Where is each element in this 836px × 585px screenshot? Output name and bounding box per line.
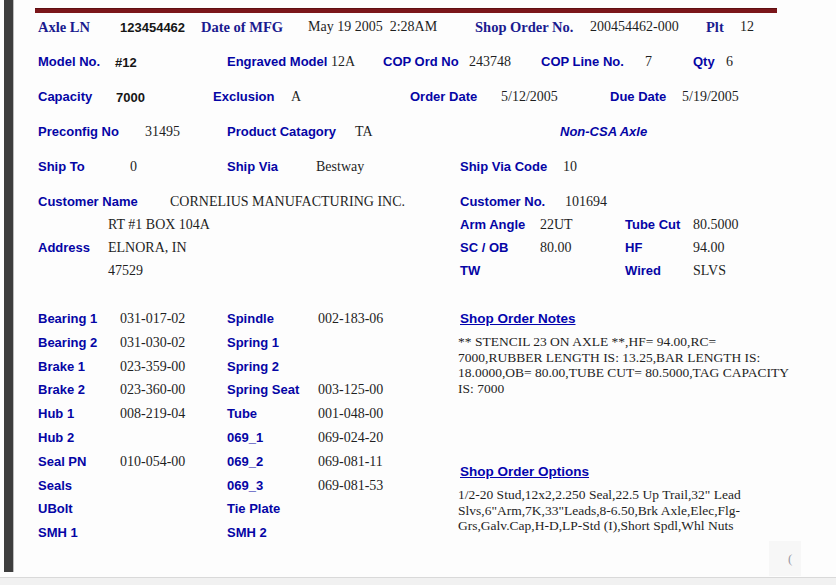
axle-ln-value: 123454462 <box>120 20 185 35</box>
shop-order-notes-text: ** STENCIL 23 ON AXLE **,HF= 94.00,RC= 7… <box>458 334 796 396</box>
corner-artifact <box>769 541 801 576</box>
part-label: Hub 2 <box>38 430 74 445</box>
shop-order-options-link[interactable]: Shop Order Options <box>460 464 589 479</box>
part-label: Spindle <box>227 311 274 326</box>
tw-label: TW <box>460 263 480 278</box>
product-catagory-value: TA <box>355 124 373 140</box>
part-label: Tube <box>227 406 257 421</box>
customer-no-label: Customer No. <box>460 194 545 209</box>
part-label: Spring 2 <box>227 359 279 374</box>
exclusion-value: A <box>291 89 301 105</box>
part-label: Hub 1 <box>38 406 74 421</box>
plt-label: Plt <box>706 19 724 36</box>
part-number: 031-017-02 <box>120 311 185 327</box>
part-number: 069-024-20 <box>318 430 383 446</box>
part-label: Spring 1 <box>227 335 279 350</box>
part-label: Brake 1 <box>38 359 85 374</box>
due-date-value: 5/19/2005 <box>682 89 739 105</box>
model-no-label: Model No. <box>38 54 100 69</box>
ship-via-code-value: 10 <box>563 159 577 175</box>
part-number: 010-054-00 <box>120 454 185 470</box>
part-label: UBolt <box>38 501 73 516</box>
tube-cut-label: Tube Cut <box>625 217 680 232</box>
product-catagory-label: Product Catagory <box>227 124 336 139</box>
hf-label: HF <box>625 240 642 255</box>
parts-table-row: Brake 2 023-360-00 Spring Seat 003-125-0… <box>0 382 450 406</box>
part-label: Spring Seat <box>227 382 299 397</box>
address-label: Address <box>38 240 90 255</box>
wired-value: SLVS <box>693 263 726 279</box>
part-number: 001-048-00 <box>318 406 383 422</box>
part-label: Bearing 1 <box>38 311 97 326</box>
parts-table-row: Hub 1 008-219-04 Tube 001-048-00 <box>0 406 450 430</box>
parts-table: Bearing 1 031-017-02 Spindle 002-183-06 … <box>0 311 450 549</box>
capacity-value: 7000 <box>116 90 145 105</box>
qty-label: Qty <box>693 54 715 69</box>
arm-angle-label: Arm Angle <box>460 217 525 232</box>
part-number: 031-030-02 <box>120 335 185 351</box>
part-number: 002-183-06 <box>318 311 383 327</box>
address-zip: 47529 <box>108 263 143 279</box>
customer-address-line2: RT #1 BOX 104A <box>108 217 210 233</box>
model-no-value: #12 <box>115 55 137 70</box>
part-number: 069-081-53 <box>318 478 383 494</box>
parts-table-row: UBolt Tie Plate <box>0 501 450 525</box>
sc-ob-label: SC / OB <box>460 240 508 255</box>
plt-value: 12 <box>740 19 754 35</box>
horizontal-scrollbar[interactable] <box>0 577 836 585</box>
shop-order-no-label: Shop Order No. <box>475 19 573 36</box>
parts-table-row: Seal PN 010-054-00 069_2 069-081-11 <box>0 454 450 478</box>
preconfig-no-label: Preconfig No <box>38 124 119 139</box>
customer-name-label: Customer Name <box>38 194 138 209</box>
capacity-label: Capacity <box>38 89 92 104</box>
shop-order-options-text: 1/2-20 Stud,12x2,2.250 Seal,22.5 Up Trai… <box>458 487 796 534</box>
part-label: Seals <box>38 478 72 493</box>
customer-no-value: 101694 <box>565 194 607 210</box>
cop-ord-no-label: COP Ord No <box>383 54 459 69</box>
part-label: 069_2 <box>227 454 263 469</box>
wired-label: Wired <box>625 263 661 278</box>
customer-name-value: CORNELIUS MANUFACTURING INC. <box>170 194 405 210</box>
cop-line-no-label: COP Line No. <box>541 54 624 69</box>
report-page: Axle LN 123454462 Date of MFG May 19 200… <box>0 0 836 585</box>
non-csa-axle-flag: Non-CSA Axle <box>560 124 647 139</box>
top-rule-divider <box>35 8 777 13</box>
part-number: 023-359-00 <box>120 359 185 375</box>
ship-via-value: Bestway <box>316 159 364 175</box>
part-number: 069-081-11 <box>318 454 383 470</box>
date-of-mfg-label: Date of MFG <box>201 19 283 36</box>
part-number: 003-125-00 <box>318 382 383 398</box>
corner-glyph: ( <box>788 551 792 567</box>
engraved-model-label: Engraved Model <box>227 54 327 69</box>
qty-value: 6 <box>726 54 733 70</box>
due-date-label: Due Date <box>610 89 666 104</box>
order-date-value: 5/12/2005 <box>501 89 558 105</box>
part-label: Brake 2 <box>38 382 85 397</box>
part-label: SMH 2 <box>227 525 267 540</box>
cop-line-no-value: 7 <box>645 54 652 70</box>
ship-via-code-label: Ship Via Code <box>460 159 547 174</box>
parts-table-row: Bearing 2 031-030-02 Spring 1 <box>0 335 450 359</box>
date-of-mfg-value: May 19 2005 2:28AM <box>308 19 437 35</box>
shop-order-no-value: 200454462-000 <box>590 19 679 35</box>
parts-table-row: Seals 069_3 069-081-53 <box>0 478 450 502</box>
cop-ord-no-value: 243748 <box>469 54 511 70</box>
hf-value: 94.00 <box>693 240 725 256</box>
part-number: 008-219-04 <box>120 406 185 422</box>
part-label: 069_3 <box>227 478 263 493</box>
axle-ln-label: Axle LN <box>38 19 90 36</box>
arm-angle-value: 22UT <box>540 217 573 233</box>
parts-table-row: Bearing 1 031-017-02 Spindle 002-183-06 <box>0 311 450 335</box>
parts-table-row: Hub 2 069_1 069-024-20 <box>0 430 450 454</box>
sc-ob-value: 80.00 <box>540 240 572 256</box>
exclusion-label: Exclusion <box>213 89 274 104</box>
preconfig-no-value: 31495 <box>145 124 180 140</box>
order-date-label: Order Date <box>410 89 477 104</box>
part-number: 023-360-00 <box>120 382 185 398</box>
part-label: Seal PN <box>38 454 86 469</box>
engraved-model-value: 12A <box>331 54 355 70</box>
part-label: SMH 1 <box>38 525 78 540</box>
shop-order-notes-link[interactable]: Shop Order Notes <box>460 311 576 326</box>
address-value: ELNORA, IN <box>108 240 187 256</box>
parts-table-row: SMH 1 SMH 2 <box>0 525 450 549</box>
